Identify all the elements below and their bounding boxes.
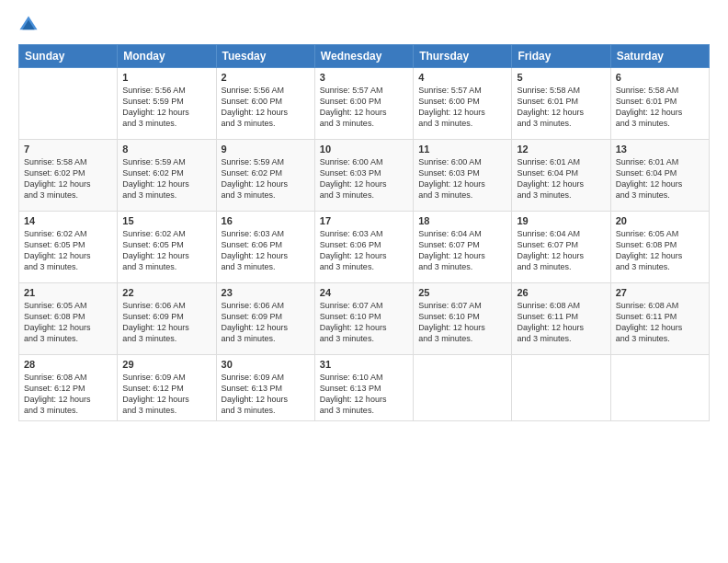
calendar-cell: 22Sunrise: 6:06 AM Sunset: 6:09 PM Dayli…: [118, 283, 216, 355]
day-info: Sunrise: 5:57 AM Sunset: 6:00 PM Dayligh…: [418, 85, 506, 130]
day-number: 12: [517, 144, 605, 155]
day-info: Sunrise: 6:07 AM Sunset: 6:10 PM Dayligh…: [320, 300, 408, 345]
calendar-cell: 13Sunrise: 6:01 AM Sunset: 6:04 PM Dayli…: [610, 140, 709, 212]
day-number: 11: [418, 144, 506, 155]
calendar-cell: [512, 355, 610, 421]
calendar-cell: 1Sunrise: 5:56 AM Sunset: 5:59 PM Daylig…: [118, 68, 216, 140]
calendar-cell: 10Sunrise: 6:00 AM Sunset: 6:03 PM Dayli…: [314, 140, 413, 212]
day-number: 22: [122, 287, 210, 298]
calendar-cell: 20Sunrise: 6:05 AM Sunset: 6:08 PM Dayli…: [610, 212, 709, 283]
weekday-header-thursday: Thursday: [414, 45, 512, 68]
day-info: Sunrise: 6:08 AM Sunset: 6:12 PM Dayligh…: [24, 372, 112, 417]
day-info: Sunrise: 5:58 AM Sunset: 6:01 PM Dayligh…: [517, 85, 605, 130]
day-info: Sunrise: 5:57 AM Sunset: 6:00 PM Dayligh…: [320, 85, 408, 130]
day-info: Sunrise: 5:58 AM Sunset: 6:02 PM Dayligh…: [24, 156, 112, 201]
calendar-table: SundayMondayTuesdayWednesdayThursdayFrid…: [18, 44, 710, 421]
calendar-cell: 9Sunrise: 5:59 AM Sunset: 6:02 PM Daylig…: [216, 140, 314, 212]
calendar-cell: 11Sunrise: 6:00 AM Sunset: 6:03 PM Dayli…: [414, 140, 512, 212]
day-info: Sunrise: 6:03 AM Sunset: 6:06 PM Dayligh…: [320, 228, 408, 273]
calendar-cell: 28Sunrise: 6:08 AM Sunset: 6:12 PM Dayli…: [19, 355, 118, 421]
calendar-cell: 18Sunrise: 6:04 AM Sunset: 6:07 PM Dayli…: [414, 212, 512, 283]
calendar-cell: 5Sunrise: 5:58 AM Sunset: 6:01 PM Daylig…: [512, 68, 610, 140]
day-number: 13: [616, 144, 704, 155]
calendar-cell: 12Sunrise: 6:01 AM Sunset: 6:04 PM Dayli…: [512, 140, 610, 212]
day-number: 6: [616, 72, 704, 83]
calendar-cell: 29Sunrise: 6:09 AM Sunset: 6:12 PM Dayli…: [118, 355, 216, 421]
calendar-cell: 23Sunrise: 6:06 AM Sunset: 6:09 PM Dayli…: [216, 283, 314, 355]
day-info: Sunrise: 6:06 AM Sunset: 6:09 PM Dayligh…: [222, 300, 310, 345]
day-number: 5: [517, 72, 605, 83]
calendar-cell: 30Sunrise: 6:09 AM Sunset: 6:13 PM Dayli…: [216, 355, 314, 421]
weekday-header-row: SundayMondayTuesdayWednesdayThursdayFrid…: [19, 45, 710, 68]
weekday-header-monday: Monday: [118, 45, 216, 68]
calendar-cell: 6Sunrise: 5:58 AM Sunset: 6:01 PM Daylig…: [610, 68, 709, 140]
header: [18, 15, 710, 35]
calendar-cell: [19, 68, 118, 140]
weekday-header-sunday: Sunday: [19, 45, 118, 68]
day-info: Sunrise: 6:05 AM Sunset: 6:08 PM Dayligh…: [616, 228, 704, 273]
calendar-week-3: 14Sunrise: 6:02 AM Sunset: 6:05 PM Dayli…: [19, 212, 710, 283]
day-info: Sunrise: 6:07 AM Sunset: 6:10 PM Dayligh…: [418, 300, 506, 345]
page: SundayMondayTuesdayWednesdayThursdayFrid…: [0, 0, 728, 563]
calendar-cell: 8Sunrise: 5:59 AM Sunset: 6:02 PM Daylig…: [118, 140, 216, 212]
logo: [18, 15, 40, 35]
day-number: 30: [222, 359, 310, 370]
day-number: 20: [616, 215, 704, 226]
day-info: Sunrise: 6:09 AM Sunset: 6:12 PM Dayligh…: [122, 372, 210, 417]
calendar-cell: 31Sunrise: 6:10 AM Sunset: 6:13 PM Dayli…: [314, 355, 413, 421]
day-number: 18: [418, 215, 506, 226]
day-number: 19: [517, 215, 605, 226]
day-info: Sunrise: 6:04 AM Sunset: 6:07 PM Dayligh…: [418, 228, 506, 273]
day-number: 25: [418, 287, 506, 298]
day-number: 7: [24, 144, 112, 155]
day-number: 14: [24, 215, 112, 226]
day-number: 10: [320, 144, 408, 155]
day-number: 2: [222, 72, 310, 83]
calendar-cell: 21Sunrise: 6:05 AM Sunset: 6:08 PM Dayli…: [19, 283, 118, 355]
calendar-cell: 2Sunrise: 5:56 AM Sunset: 6:00 PM Daylig…: [216, 68, 314, 140]
calendar-cell: 19Sunrise: 6:04 AM Sunset: 6:07 PM Dayli…: [512, 212, 610, 283]
calendar-cell: 26Sunrise: 6:08 AM Sunset: 6:11 PM Dayli…: [512, 283, 610, 355]
day-info: Sunrise: 6:01 AM Sunset: 6:04 PM Dayligh…: [616, 156, 704, 201]
calendar-cell: 27Sunrise: 6:08 AM Sunset: 6:11 PM Dayli…: [610, 283, 709, 355]
day-number: 3: [320, 72, 408, 83]
weekday-header-friday: Friday: [512, 45, 610, 68]
day-number: 21: [24, 287, 112, 298]
calendar-cell: 24Sunrise: 6:07 AM Sunset: 6:10 PM Dayli…: [314, 283, 413, 355]
day-info: Sunrise: 6:02 AM Sunset: 6:05 PM Dayligh…: [24, 228, 112, 273]
day-info: Sunrise: 5:56 AM Sunset: 6:00 PM Dayligh…: [222, 85, 310, 130]
day-number: 23: [222, 287, 310, 298]
day-info: Sunrise: 5:58 AM Sunset: 6:01 PM Dayligh…: [616, 85, 704, 130]
calendar-cell: 15Sunrise: 6:02 AM Sunset: 6:05 PM Dayli…: [118, 212, 216, 283]
calendar-week-4: 21Sunrise: 6:05 AM Sunset: 6:08 PM Dayli…: [19, 283, 710, 355]
day-number: 28: [24, 359, 112, 370]
day-info: Sunrise: 6:05 AM Sunset: 6:08 PM Dayligh…: [24, 300, 112, 345]
calendar-cell: 16Sunrise: 6:03 AM Sunset: 6:06 PM Dayli…: [216, 212, 314, 283]
day-number: 4: [418, 72, 506, 83]
calendar-week-1: 1Sunrise: 5:56 AM Sunset: 5:59 PM Daylig…: [19, 68, 710, 140]
day-info: Sunrise: 6:10 AM Sunset: 6:13 PM Dayligh…: [320, 372, 408, 417]
calendar-cell: [610, 355, 709, 421]
day-info: Sunrise: 6:00 AM Sunset: 6:03 PM Dayligh…: [320, 156, 408, 201]
day-info: Sunrise: 5:59 AM Sunset: 6:02 PM Dayligh…: [122, 156, 210, 201]
weekday-header-wednesday: Wednesday: [314, 45, 413, 68]
calendar-cell: 4Sunrise: 5:57 AM Sunset: 6:00 PM Daylig…: [414, 68, 512, 140]
day-info: Sunrise: 6:00 AM Sunset: 6:03 PM Dayligh…: [418, 156, 506, 201]
day-info: Sunrise: 6:04 AM Sunset: 6:07 PM Dayligh…: [517, 228, 605, 273]
day-number: 9: [222, 144, 310, 155]
calendar-cell: 14Sunrise: 6:02 AM Sunset: 6:05 PM Dayli…: [19, 212, 118, 283]
day-number: 26: [517, 287, 605, 298]
logo-icon: [18, 15, 39, 35]
calendar-cell: 3Sunrise: 5:57 AM Sunset: 6:00 PM Daylig…: [314, 68, 413, 140]
day-number: 15: [122, 215, 210, 226]
day-number: 27: [616, 287, 704, 298]
day-number: 17: [320, 215, 408, 226]
day-number: 8: [122, 144, 210, 155]
calendar-cell: [414, 355, 512, 421]
day-info: Sunrise: 6:06 AM Sunset: 6:09 PM Dayligh…: [122, 300, 210, 345]
day-info: Sunrise: 6:03 AM Sunset: 6:06 PM Dayligh…: [222, 228, 310, 273]
day-info: Sunrise: 6:08 AM Sunset: 6:11 PM Dayligh…: [517, 300, 605, 345]
day-info: Sunrise: 5:56 AM Sunset: 5:59 PM Dayligh…: [122, 85, 210, 130]
day-number: 1: [122, 72, 210, 83]
calendar-week-2: 7Sunrise: 5:58 AM Sunset: 6:02 PM Daylig…: [19, 140, 710, 212]
